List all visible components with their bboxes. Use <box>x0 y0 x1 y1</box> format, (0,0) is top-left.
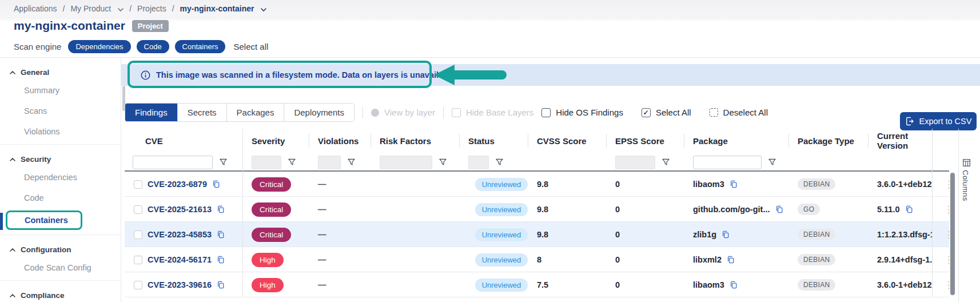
copy-icon[interactable] <box>722 231 730 239</box>
sidebar-section-configuration[interactable]: Configuration <box>0 242 121 257</box>
filter-icon[interactable] <box>288 158 296 166</box>
breadcrumb-projects[interactable]: Projects <box>137 4 166 13</box>
table-row[interactable]: CVE-2023-45853 Critical — Unreviewed 9.8… <box>125 222 949 247</box>
column-header-menu <box>932 129 949 153</box>
table-row[interactable]: CVE-2024-56171 High — Unreviewed 8 0 lib… <box>125 247 949 272</box>
breadcrumb-current-project[interactable]: my-nginx-container <box>180 4 254 13</box>
cve-column-border <box>242 129 243 296</box>
column-header-risk-factors[interactable]: Risk Factors <box>371 129 459 153</box>
sidebar-item-code-scan-config[interactable]: Code Scan Config <box>0 257 121 278</box>
copy-icon[interactable] <box>217 205 225 213</box>
scan-engine-pill-containers[interactable]: Containers <box>175 40 226 53</box>
sidebar-section-compliance[interactable]: Compliance <box>0 288 121 302</box>
column-header-package[interactable]: Package <box>684 129 788 153</box>
copy-icon[interactable] <box>727 256 735 264</box>
sidebar-item-code[interactable]: Code <box>0 188 121 208</box>
table-row[interactable]: CVE-2025-21613 Critical — Unreviewed 9.8… <box>125 197 949 222</box>
tab-secrets[interactable]: Secrets <box>178 104 227 121</box>
status-badge[interactable]: Unreviewed <box>475 279 528 292</box>
sidebar-item-violations[interactable]: Violations <box>0 121 121 142</box>
scan-engine-pill-code[interactable]: Code <box>137 40 169 53</box>
cve-filter-input[interactable] <box>133 156 213 169</box>
column-header-status[interactable]: Status <box>459 129 528 153</box>
filter-icon[interactable] <box>496 158 503 166</box>
hide-os-findings-checkbox[interactable]: Hide OS Findings <box>541 108 623 117</box>
sidebar-item-dependencies[interactable]: Dependencies <box>0 167 121 188</box>
sidebar-item-scans[interactable]: Scans <box>0 101 121 121</box>
deselect-icon[interactable] <box>710 108 718 117</box>
tab-packages[interactable]: Packages <box>227 104 285 121</box>
radio-icon <box>371 109 379 117</box>
select-all-checkbox[interactable]: ✓ Select All <box>642 108 691 117</box>
status-badge[interactable]: Unreviewed <box>475 178 528 191</box>
copy-icon[interactable] <box>730 281 738 289</box>
row-checkbox[interactable] <box>134 180 142 189</box>
sidebar-item-containers[interactable]: Containers <box>0 208 121 232</box>
checkbox-icon[interactable] <box>541 108 551 117</box>
severity-badge: Critical <box>252 202 291 217</box>
copy-icon[interactable] <box>217 281 225 289</box>
column-header-cvss-score[interactable]: CVSS Score <box>528 129 606 153</box>
cve-link[interactable]: CVE-2023-45853 <box>148 230 212 239</box>
row-checkbox[interactable] <box>134 256 142 264</box>
filter-icon[interactable] <box>768 158 776 166</box>
filter-icon[interactable] <box>348 158 355 166</box>
cve-link[interactable]: CVE-2025-21613 <box>148 205 212 214</box>
copy-icon[interactable] <box>217 231 225 239</box>
columns-panel-label[interactable]: Columns <box>961 170 970 201</box>
tab-findings[interactable]: Findings <box>125 104 178 121</box>
epss-filter-box[interactable] <box>615 156 655 169</box>
filter-icon[interactable] <box>439 158 447 166</box>
row-menu-button[interactable]: ⋮ <box>941 254 949 266</box>
breadcrumb-my-product[interactable]: My Product <box>70 4 111 13</box>
column-header-violations[interactable]: Violations <box>309 129 371 153</box>
cve-link[interactable]: CVE-2023-6879 <box>148 180 207 189</box>
package-filter-input[interactable] <box>693 156 762 169</box>
columns-grid-icon[interactable] <box>963 158 970 169</box>
status-badge[interactable]: Unreviewed <box>475 203 528 216</box>
row-menu-button[interactable]: ⋮ <box>941 229 949 241</box>
deselect-all-button[interactable]: Deselect All <box>710 108 768 117</box>
row-checkbox[interactable] <box>134 281 142 289</box>
risk-factors-filter-box[interactable] <box>380 156 432 169</box>
row-menu-button[interactable]: ⋮ <box>941 204 949 216</box>
column-header-cve[interactable]: CVE <box>125 129 242 153</box>
cve-link[interactable]: CVE-2024-56171 <box>148 255 212 264</box>
chevron-down-icon[interactable] <box>118 4 124 13</box>
table-row[interactable]: CVE-2023-6879 Critical — Unreviewed 9.8 … <box>125 172 949 197</box>
table-row[interactable]: CVE-2023-39616 High — Unreviewed 7.5 0 l… <box>125 272 949 297</box>
filter-icon[interactable] <box>220 158 227 166</box>
export-to-csv-button[interactable]: Export to CSV <box>900 112 977 130</box>
breadcrumb-applications[interactable]: Applications <box>14 4 57 13</box>
cve-link[interactable]: CVE-2023-39616 <box>148 280 212 289</box>
tab-deployments[interactable]: Deployments <box>284 104 354 121</box>
severity-filter-box[interactable] <box>252 156 281 169</box>
row-menu-button[interactable]: ⋮ <box>941 279 949 291</box>
column-header-current-version[interactable]: Current Version <box>868 129 932 153</box>
checkbox-checked-icon[interactable]: ✓ <box>642 108 651 117</box>
status-filter-box[interactable] <box>468 156 489 169</box>
column-header-package-type[interactable]: Package Type <box>788 129 868 153</box>
row-checkbox[interactable] <box>134 231 142 239</box>
sidebar-section-security[interactable]: Security <box>0 152 121 167</box>
copy-icon[interactable] <box>775 205 783 213</box>
sidebar-section-general[interactable]: General <box>0 65 121 80</box>
filter-icon[interactable] <box>662 158 670 166</box>
row-menu-button[interactable]: ⋮ <box>941 178 949 190</box>
column-header-epss-score[interactable]: EPSS Score <box>606 129 684 153</box>
scan-engine-select-all[interactable]: Select all <box>233 42 268 51</box>
scan-engine-pill-dependencies[interactable]: Dependencies <box>68 40 130 53</box>
violations-filter-box[interactable] <box>318 156 341 169</box>
copy-icon[interactable] <box>730 180 738 188</box>
copy-icon[interactable] <box>217 256 225 264</box>
sidebar-item-summary[interactable]: Summary <box>0 80 121 101</box>
row-checkbox[interactable] <box>134 205 142 214</box>
page-divider <box>0 57 980 58</box>
copy-icon[interactable] <box>212 180 220 188</box>
chevron-down-icon[interactable] <box>261 4 266 13</box>
table-scrollbar-thumb[interactable] <box>950 173 955 295</box>
status-badge[interactable]: Unreviewed <box>475 228 528 241</box>
column-header-severity[interactable]: Severity <box>242 129 309 153</box>
copy-icon[interactable] <box>905 205 913 213</box>
status-badge[interactable]: Unreviewed <box>475 253 528 267</box>
